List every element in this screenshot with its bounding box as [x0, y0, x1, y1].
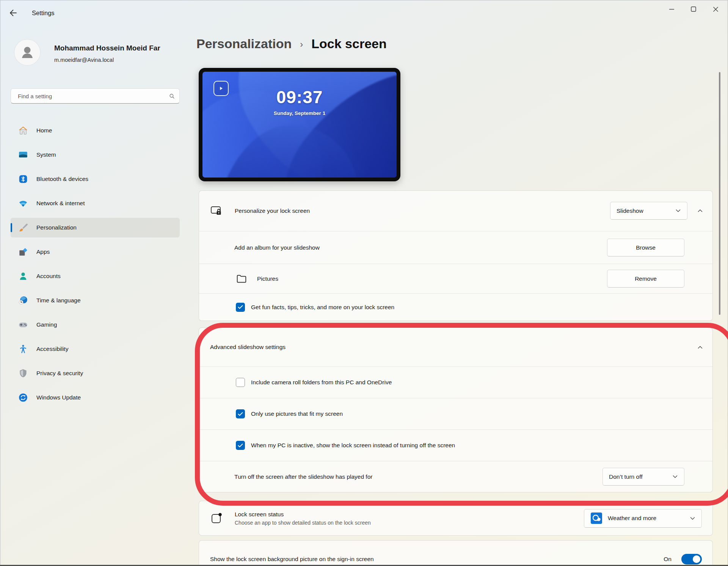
- collapse-section-button[interactable]: [697, 208, 703, 214]
- advanced-slideshow-settings-card: Advanced slideshow settings Include came…: [199, 327, 713, 492]
- turn-off-screen-dropdown[interactable]: Don’t turn off: [602, 468, 684, 486]
- maximize-icon: [691, 6, 696, 12]
- toggle-knob: [693, 555, 700, 563]
- sidebar-item-bluetooth-devices[interactable]: Bluetooth & devices: [11, 169, 180, 189]
- search-box[interactable]: [11, 88, 180, 104]
- accessibility-icon: [18, 344, 28, 354]
- camera-roll-label: Include camera roll folders from this PC…: [251, 379, 392, 386]
- maximize-button[interactable]: [682, 1, 704, 17]
- breadcrumb-parent[interactable]: Personalization: [196, 36, 292, 51]
- lock-screen-preview: 09:37 Sunday, September 1: [199, 68, 400, 181]
- check-icon: [238, 443, 243, 448]
- page-title: Lock screen: [311, 36, 386, 51]
- folder-icon: [236, 273, 247, 285]
- preview-date: Sunday, September 1: [202, 110, 397, 116]
- personalize-lock-screen-card: Personalize your lock screen Slideshow A…: [199, 190, 713, 321]
- lock-screen-type-dropdown[interactable]: Slideshow: [610, 202, 687, 220]
- sidebar-item-home[interactable]: Home: [11, 121, 180, 140]
- back-button[interactable]: [9, 9, 17, 17]
- sidebar-item-label: Personalization: [36, 224, 77, 231]
- personalize-lock-screen-label: Personalize your lock screen: [235, 208, 310, 214]
- breadcrumb-separator-icon: ›: [300, 39, 303, 50]
- chevron-down-icon: [690, 516, 695, 521]
- avatar[interactable]: [14, 39, 40, 65]
- window-title: Settings: [32, 9, 55, 17]
- lock-screen-status-subtitle: Choose an app to show detailed status on…: [235, 520, 371, 526]
- privacy-security-icon: [18, 368, 28, 378]
- check-icon: [238, 412, 243, 416]
- back-arrow-icon: [9, 9, 17, 17]
- sidebar-item-label: Time & language: [36, 297, 81, 304]
- personalization-icon: [18, 223, 28, 233]
- remove-button[interactable]: Remove: [607, 270, 684, 288]
- fit-screen-row: Only use pictures that fit my screen: [199, 398, 712, 429]
- sidebar-item-accounts[interactable]: Accounts: [11, 266, 180, 286]
- fit-screen-checkbox[interactable]: [236, 409, 245, 418]
- signin-background-card: Show the lock screen background picture …: [199, 540, 713, 566]
- minimize-button[interactable]: [661, 1, 682, 17]
- signin-background-label: Show the lock screen background picture …: [210, 556, 374, 563]
- sidebar-item-label: Accessibility: [36, 346, 68, 352]
- system-icon: [18, 150, 28, 160]
- album-row-label: Add an album for your slideshow: [234, 244, 320, 251]
- lock-screen-status-icon: [210, 512, 223, 525]
- user-email: m.moeidfar@Avina.local: [54, 57, 114, 63]
- sidebar-item-label: Apps: [36, 248, 50, 255]
- weather-app-icon: [590, 512, 602, 524]
- camera-roll-checkbox[interactable]: [236, 378, 245, 387]
- sidebar-nav: Home System Bluetooth & devices Network …: [11, 121, 180, 412]
- signin-background-row: Show the lock screen background picture …: [199, 541, 712, 566]
- album-name: Pictures: [257, 275, 278, 282]
- fun-facts-checkbox[interactable]: [236, 303, 245, 312]
- collapse-section-button[interactable]: [697, 344, 703, 350]
- bluetooth-icon: [18, 174, 28, 184]
- windows-update-icon: [18, 393, 28, 402]
- fit-screen-label: Only use pictures that fit my screen: [251, 410, 343, 417]
- pc-inactive-checkbox[interactable]: [236, 441, 245, 450]
- sidebar-item-apps[interactable]: Apps: [11, 242, 180, 262]
- sidebar-item-label: Gaming: [36, 321, 57, 328]
- sidebar-item-windows-update[interactable]: Windows Update: [11, 388, 180, 407]
- home-icon: [18, 126, 28, 135]
- camera-roll-row: Include camera roll folders from this PC…: [199, 367, 712, 398]
- scrollbar[interactable]: [719, 72, 720, 315]
- sidebar-item-network-internet[interactable]: Network & internet: [11, 193, 180, 213]
- time-language-icon: [18, 296, 28, 305]
- sidebar-item-label: System: [36, 151, 56, 158]
- album-row: Add an album for your slideshow Browse: [199, 231, 712, 264]
- sidebar-item-label: Bluetooth & devices: [36, 176, 88, 182]
- advanced-settings-header-row: Advanced slideshow settings: [199, 328, 712, 366]
- lock-screen-wallpaper: 09:37 Sunday, September 1: [202, 72, 397, 178]
- sidebar-item-privacy-security[interactable]: Privacy & security: [11, 363, 180, 383]
- gaming-icon: [18, 320, 28, 330]
- apps-icon: [18, 247, 28, 257]
- turn-off-screen-row: Turn off the screen after the slideshow …: [199, 461, 712, 492]
- fun-facts-label: Get fun facts, tips, tricks, and more on…: [251, 304, 394, 311]
- close-icon: [713, 6, 719, 12]
- check-icon: [238, 305, 243, 309]
- sidebar-item-system[interactable]: System: [11, 145, 180, 165]
- sidebar-item-personalization[interactable]: Personalization: [11, 218, 180, 237]
- preview-clock: 09:37: [202, 87, 397, 107]
- search-input[interactable]: [17, 93, 169, 100]
- turn-off-screen-label: Turn off the screen after the slideshow …: [234, 473, 372, 480]
- chevron-down-icon: [672, 474, 678, 480]
- sidebar-item-gaming[interactable]: Gaming: [11, 315, 180, 335]
- pc-inactive-label: When my PC is inactive, show the lock sc…: [251, 442, 455, 449]
- sidebar-item-time-language[interactable]: Time & language: [11, 291, 180, 310]
- accounts-icon: [18, 271, 28, 281]
- advanced-settings-title: Advanced slideshow settings: [210, 344, 286, 351]
- sidebar-item-label: Home: [36, 127, 52, 134]
- status-app-value: Weather and more: [608, 515, 656, 522]
- status-app-dropdown[interactable]: Weather and more: [584, 509, 702, 528]
- lock-screen-status-card: Lock screen status Choose an app to show…: [199, 501, 713, 536]
- sidebar-item-label: Accounts: [36, 273, 61, 280]
- minimize-icon: [669, 6, 675, 12]
- sidebar-item-label: Windows Update: [36, 394, 81, 401]
- sidebar-item-label: Network & internet: [36, 200, 85, 207]
- browse-button[interactable]: Browse: [607, 239, 684, 256]
- search-icon: [169, 93, 175, 99]
- signin-background-toggle[interactable]: [681, 554, 702, 564]
- close-button[interactable]: [704, 1, 726, 17]
- sidebar-item-accessibility[interactable]: Accessibility: [11, 339, 180, 359]
